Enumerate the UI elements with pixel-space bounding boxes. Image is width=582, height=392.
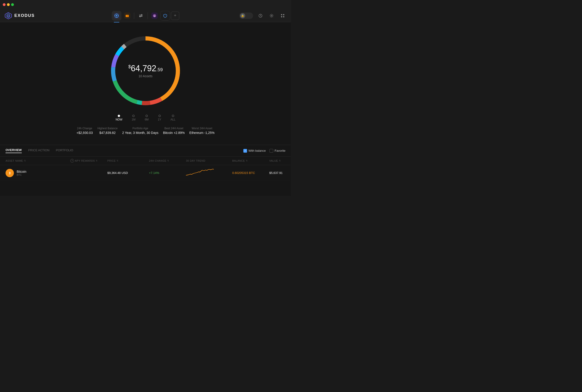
tab-overview[interactable]: OVERVIEW [6, 148, 22, 153]
timeline-dot-all [172, 115, 174, 117]
timeline-label-now: NOW [116, 118, 122, 121]
stat-worst-24h: Worst 24H Asset Ethereum -1,25% [190, 127, 215, 134]
stat-age-value: 2 Year, 3 Month, 30 Days [122, 131, 158, 134]
svg-rect-15 [283, 16, 284, 17]
btc-value: $5,637.91 [269, 171, 291, 174]
stat-24h-value: +$2,930.03 [76, 131, 92, 134]
svg-text:+: + [165, 15, 166, 17]
th-asset-name: ASSET NAME ⇅ [6, 159, 70, 162]
tabs-bar: OVERVIEW PRICE ACTION PORTFOLIO ✓ With b… [0, 145, 291, 156]
stat-best-value: Bitcoin +2.89% [163, 131, 185, 134]
btc-trend [186, 168, 232, 178]
asset-info-btc: ₿ Bitcoin BTC [6, 169, 70, 177]
stat-24h-label: 24h Change [76, 127, 92, 130]
nav-tabs: N + + [112, 11, 179, 20]
btc-price: $9,364.48 USD [107, 171, 149, 174]
timeline-dot-now [118, 115, 120, 117]
btc-name-group: Bitcoin BTC [17, 170, 26, 176]
title-bar [0, 0, 291, 9]
currency-symbol: $ [128, 64, 131, 69]
stat-24h-change: 24h Change +$2,930.03 [76, 127, 92, 134]
th-price: PRICE ⇅ [107, 159, 149, 162]
svg-rect-14 [281, 16, 282, 17]
with-balance-checkbox[interactable]: ✓ [243, 149, 247, 153]
stat-portfolio-age: Portfolio Age 2 Year, 3 Month, 30 Days [122, 127, 158, 134]
nav-tab-wallet[interactable] [122, 11, 132, 20]
sort-icon-change[interactable]: ⇅ [167, 160, 169, 162]
nav-tab-portfolio[interactable] [112, 11, 122, 20]
sort-icon-value[interactable]: ⇅ [279, 160, 281, 162]
timeline-dot-1m [132, 115, 135, 117]
shield-icon: + [163, 14, 167, 18]
tab-portfolio[interactable]: PORTFOLIO [56, 148, 73, 153]
nav-tab-exchange[interactable] [136, 11, 146, 20]
svg-rect-13 [283, 14, 284, 15]
th-value: VALUE ⇅ [269, 159, 291, 162]
stat-highest-value: $47,839.82 [98, 131, 118, 134]
nav-tab-shield[interactable]: + [160, 11, 170, 20]
portfolio-total: $64,792.59 10 Assets [128, 64, 162, 78]
btc-balance: 0.60205315 BTC [232, 171, 269, 174]
svg-text:₿: ₿ [9, 172, 11, 175]
svg-text:N: N [154, 15, 155, 17]
apy-help-icon[interactable]: ? [70, 159, 74, 162]
apps-icon[interactable] [279, 12, 286, 20]
btc-ticker: BTC [17, 174, 26, 176]
close-button[interactable] [3, 3, 6, 6]
favorite-checkbox[interactable] [270, 149, 273, 153]
add-icon: + [174, 13, 176, 18]
table-row[interactable]: ₿ Bitcoin BTC $9,364.48 USD +7.14% 0.602… [0, 165, 291, 181]
timeline-6m[interactable]: 6M [145, 115, 149, 121]
th-24h-change: 24H CHANGE ⇅ [149, 159, 186, 162]
assets-count: 10 Assets [128, 74, 162, 78]
settings-icon[interactable] [268, 12, 275, 20]
stat-worst-value: Ethereum -1,25% [190, 131, 215, 134]
tab-price-action[interactable]: PRICE ACTION [28, 148, 50, 153]
filter-favorite[interactable]: Favorite [270, 149, 286, 153]
sort-icon-asset[interactable]: ⇅ [24, 160, 26, 162]
th-30day-trend: 30 DAY TREND [186, 159, 232, 162]
history-icon[interactable] [257, 12, 264, 20]
header-right: 🔒 [239, 12, 286, 20]
sort-icon-apy[interactable]: ⇅ [96, 160, 98, 162]
traffic-lights [3, 3, 14, 6]
timeline-now[interactable]: NOW [116, 115, 122, 121]
timeline-all[interactable]: ALL [170, 115, 175, 121]
exodus-logo-icon [5, 12, 12, 20]
th-balance: BALANCE ⇅ [232, 159, 269, 162]
minimize-button[interactable] [7, 3, 10, 6]
stat-best-24h: Best 24H Asset Bitcoin +2.89% [163, 127, 185, 134]
sort-icon-price[interactable]: ⇅ [116, 160, 119, 162]
timeline-dot-6m [146, 115, 148, 117]
timeline-label-1m: 1M [132, 118, 136, 121]
stats-row: 24h Change +$2,930.03 Highest Balance $4… [62, 121, 228, 140]
filter-with-balance[interactable]: ✓ With balance [243, 149, 266, 153]
table-header: ASSET NAME ⇅ ? APY REWARDS ⇅ PRICE ⇅ 24H… [0, 156, 291, 165]
btc-change: +7.14% [149, 171, 186, 174]
stat-highest-label: Highest Balance [98, 127, 118, 130]
favorite-label: Favorite [274, 149, 286, 152]
chart-section: $64,792.59 10 Assets NOW 1M 6M 1Y [0, 22, 291, 145]
tabs-right: ✓ With balance Favorite [243, 149, 286, 153]
svg-rect-6 [128, 16, 128, 16]
stat-worst-label: Worst 24H Asset [190, 127, 215, 130]
portfolio-icon [114, 14, 119, 18]
add-app-button[interactable]: + [171, 12, 179, 20]
timeline-1m[interactable]: 1M [132, 115, 136, 121]
logo-text: EXODUS [14, 13, 35, 18]
timeline-label-1y: 1Y [158, 118, 161, 121]
svg-rect-12 [281, 14, 282, 15]
timeline-1y[interactable]: 1Y [158, 115, 161, 121]
nav-tab-nft[interactable]: N [150, 11, 160, 20]
btc-sparkline [186, 168, 214, 177]
sort-icon-balance[interactable]: ⇅ [246, 160, 248, 162]
lock-toggle[interactable]: 🔒 [239, 12, 253, 19]
svg-point-11 [271, 15, 272, 16]
exchange-icon [138, 14, 143, 18]
timeline-label-all: ALL [170, 118, 175, 121]
btc-icon: ₿ [6, 169, 14, 177]
timeline-label-6m: 6M [145, 118, 149, 121]
timeline: NOW 1M 6M 1Y ALL [111, 115, 180, 121]
maximize-button[interactable] [11, 3, 14, 6]
btc-name: Bitcoin [17, 170, 26, 174]
